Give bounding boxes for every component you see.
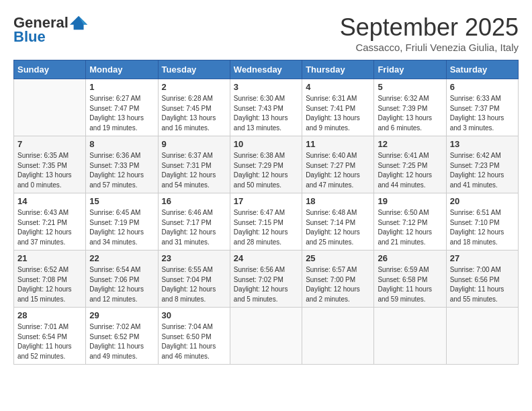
cell-info: Sunrise: 6:47 AM Sunset: 7:15 PM Dayligh… (234, 208, 298, 247)
calendar-week-4: 21Sunrise: 6:52 AM Sunset: 7:08 PM Dayli… (14, 250, 519, 308)
cell-info: Sunrise: 6:45 AM Sunset: 7:19 PM Dayligh… (89, 208, 154, 247)
calendar-week-1: 1Sunrise: 6:27 AM Sunset: 7:47 PM Daylig… (14, 79, 519, 136)
calendar-cell (230, 308, 302, 365)
calendar-cell: 1Sunrise: 6:27 AM Sunset: 7:47 PM Daylig… (86, 79, 158, 136)
calendar-cell (14, 79, 86, 136)
logo-icon (70, 13, 89, 32)
calendar-week-5: 28Sunrise: 7:01 AM Sunset: 6:54 PM Dayli… (14, 308, 519, 365)
cell-info: Sunrise: 7:04 AM Sunset: 6:50 PM Dayligh… (162, 322, 226, 361)
cell-info: Sunrise: 6:31 AM Sunset: 7:41 PM Dayligh… (306, 94, 370, 133)
calendar-table: SundayMondayTuesdayWednesdayThursdayFrid… (13, 60, 519, 365)
header-day-tuesday: Tuesday (158, 60, 230, 79)
calendar-header: SundayMondayTuesdayWednesdayThursdayFrid… (14, 60, 519, 79)
cell-info: Sunrise: 6:51 AM Sunset: 7:10 PM Dayligh… (450, 208, 515, 247)
calendar-cell: 3Sunrise: 6:30 AM Sunset: 7:43 PM Daylig… (230, 79, 302, 136)
cell-info: Sunrise: 6:28 AM Sunset: 7:45 PM Dayligh… (162, 94, 226, 133)
day-number: 11 (306, 139, 370, 149)
location-title: Cassacco, Friuli Venezia Giulia, Italy (340, 42, 519, 53)
cell-info: Sunrise: 6:42 AM Sunset: 7:23 PM Dayligh… (450, 151, 515, 190)
day-number: 17 (234, 196, 298, 206)
calendar-cell (374, 308, 446, 365)
calendar-cell: 13Sunrise: 6:42 AM Sunset: 7:23 PM Dayli… (446, 136, 518, 193)
calendar-cell: 24Sunrise: 6:56 AM Sunset: 7:02 PM Dayli… (230, 250, 302, 308)
cell-info: Sunrise: 6:50 AM Sunset: 7:12 PM Dayligh… (378, 208, 442, 247)
calendar-cell: 8Sunrise: 6:36 AM Sunset: 7:33 PM Daylig… (86, 136, 158, 193)
day-number: 25 (306, 253, 370, 263)
cell-info: Sunrise: 6:54 AM Sunset: 7:06 PM Dayligh… (89, 265, 154, 304)
calendar-cell: 29Sunrise: 7:02 AM Sunset: 6:52 PM Dayli… (86, 308, 158, 365)
day-number: 2 (162, 82, 226, 92)
calendar-body: 1Sunrise: 6:27 AM Sunset: 7:47 PM Daylig… (14, 79, 519, 365)
calendar-cell: 11Sunrise: 6:40 AM Sunset: 7:27 PM Dayli… (302, 136, 374, 193)
day-number: 1 (89, 82, 154, 92)
cell-info: Sunrise: 6:57 AM Sunset: 7:00 PM Dayligh… (306, 265, 370, 304)
header-day-monday: Monday (86, 60, 158, 79)
logo: General Blue (13, 13, 89, 46)
calendar-cell: 20Sunrise: 6:51 AM Sunset: 7:10 PM Dayli… (446, 193, 518, 250)
calendar-cell: 28Sunrise: 7:01 AM Sunset: 6:54 PM Dayli… (14, 308, 86, 365)
calendar-cell: 5Sunrise: 6:32 AM Sunset: 7:39 PM Daylig… (374, 79, 446, 136)
cell-info: Sunrise: 6:32 AM Sunset: 7:39 PM Dayligh… (378, 94, 442, 133)
day-number: 3 (234, 82, 298, 92)
cell-info: Sunrise: 6:30 AM Sunset: 7:43 PM Dayligh… (234, 94, 298, 133)
calendar-cell: 14Sunrise: 6:43 AM Sunset: 7:21 PM Dayli… (14, 193, 86, 250)
day-number: 21 (17, 253, 82, 263)
cell-info: Sunrise: 7:02 AM Sunset: 6:52 PM Dayligh… (89, 322, 154, 361)
day-number: 23 (162, 253, 226, 263)
cell-info: Sunrise: 6:37 AM Sunset: 7:31 PM Dayligh… (162, 151, 226, 190)
day-number: 8 (89, 139, 154, 149)
cell-info: Sunrise: 6:48 AM Sunset: 7:14 PM Dayligh… (306, 208, 370, 247)
header-day-wednesday: Wednesday (230, 60, 302, 79)
calendar-week-2: 7Sunrise: 6:35 AM Sunset: 7:35 PM Daylig… (14, 136, 519, 193)
day-number: 18 (306, 196, 370, 206)
cell-info: Sunrise: 7:00 AM Sunset: 6:56 PM Dayligh… (450, 265, 515, 304)
cell-info: Sunrise: 6:38 AM Sunset: 7:29 PM Dayligh… (234, 151, 298, 190)
day-number: 26 (378, 253, 442, 263)
day-number: 6 (450, 82, 515, 92)
day-number: 14 (17, 196, 82, 206)
calendar-cell: 18Sunrise: 6:48 AM Sunset: 7:14 PM Dayli… (302, 193, 374, 250)
calendar-cell: 19Sunrise: 6:50 AM Sunset: 7:12 PM Dayli… (374, 193, 446, 250)
day-number: 19 (378, 196, 442, 206)
cell-info: Sunrise: 6:40 AM Sunset: 7:27 PM Dayligh… (306, 151, 370, 190)
calendar-cell (446, 308, 518, 365)
day-number: 29 (89, 310, 154, 320)
calendar-cell: 27Sunrise: 7:00 AM Sunset: 6:56 PM Dayli… (446, 250, 518, 308)
calendar-cell: 9Sunrise: 6:37 AM Sunset: 7:31 PM Daylig… (158, 136, 230, 193)
header-row: SundayMondayTuesdayWednesdayThursdayFrid… (14, 60, 519, 79)
header-day-friday: Friday (374, 60, 446, 79)
calendar-cell: 22Sunrise: 6:54 AM Sunset: 7:06 PM Dayli… (86, 250, 158, 308)
day-number: 10 (234, 139, 298, 149)
cell-info: Sunrise: 6:36 AM Sunset: 7:33 PM Dayligh… (89, 151, 154, 190)
cell-info: Sunrise: 7:01 AM Sunset: 6:54 PM Dayligh… (17, 322, 82, 361)
day-number: 15 (89, 196, 154, 206)
cell-info: Sunrise: 6:33 AM Sunset: 7:37 PM Dayligh… (450, 94, 515, 133)
title-block: September 2025 Cassacco, Friuli Venezia … (340, 13, 519, 53)
cell-info: Sunrise: 6:52 AM Sunset: 7:08 PM Dayligh… (17, 265, 82, 304)
day-number: 4 (306, 82, 370, 92)
calendar-cell: 12Sunrise: 6:41 AM Sunset: 7:25 PM Dayli… (374, 136, 446, 193)
logo-blue: Blue (13, 28, 46, 45)
calendar-cell: 2Sunrise: 6:28 AM Sunset: 7:45 PM Daylig… (158, 79, 230, 136)
cell-info: Sunrise: 6:41 AM Sunset: 7:25 PM Dayligh… (378, 151, 442, 190)
day-number: 28 (17, 310, 82, 320)
calendar-cell (302, 308, 374, 365)
day-number: 5 (378, 82, 442, 92)
header-day-saturday: Saturday (446, 60, 518, 79)
calendar-week-3: 14Sunrise: 6:43 AM Sunset: 7:21 PM Dayli… (14, 193, 519, 250)
calendar-cell: 21Sunrise: 6:52 AM Sunset: 7:08 PM Dayli… (14, 250, 86, 308)
cell-info: Sunrise: 6:27 AM Sunset: 7:47 PM Dayligh… (89, 94, 154, 133)
cell-info: Sunrise: 6:56 AM Sunset: 7:02 PM Dayligh… (234, 265, 298, 304)
calendar-cell: 4Sunrise: 6:31 AM Sunset: 7:41 PM Daylig… (302, 79, 374, 136)
calendar-cell: 6Sunrise: 6:33 AM Sunset: 7:37 PM Daylig… (446, 79, 518, 136)
calendar-cell: 25Sunrise: 6:57 AM Sunset: 7:00 PM Dayli… (302, 250, 374, 308)
calendar-cell: 7Sunrise: 6:35 AM Sunset: 7:35 PM Daylig… (14, 136, 86, 193)
day-number: 27 (450, 253, 515, 263)
day-number: 20 (450, 196, 515, 206)
day-number: 22 (89, 253, 154, 263)
cell-info: Sunrise: 6:46 AM Sunset: 7:17 PM Dayligh… (162, 208, 226, 247)
cell-info: Sunrise: 6:35 AM Sunset: 7:35 PM Dayligh… (17, 151, 82, 190)
day-number: 9 (162, 139, 226, 149)
day-number: 30 (162, 310, 226, 320)
calendar-cell: 17Sunrise: 6:47 AM Sunset: 7:15 PM Dayli… (230, 193, 302, 250)
